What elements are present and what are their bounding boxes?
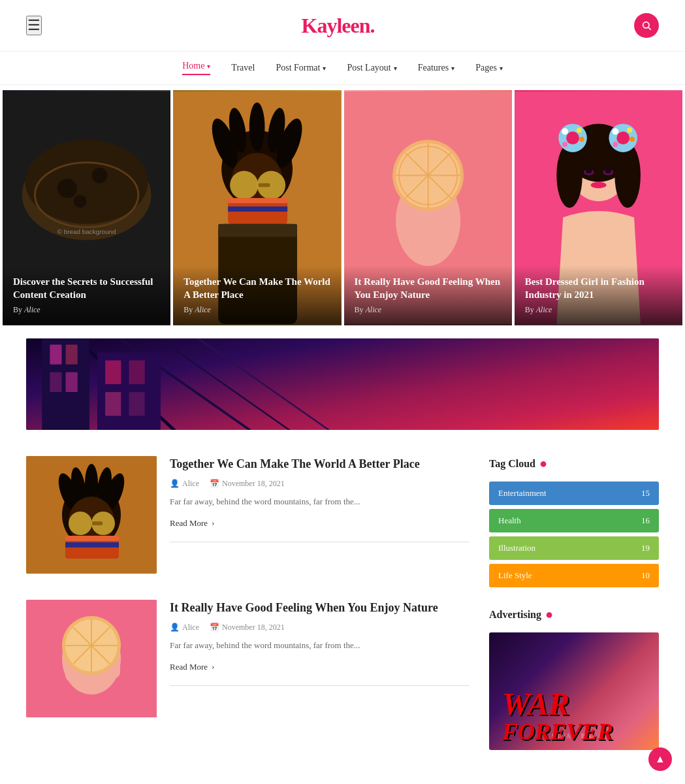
advertising-section: Advertising ● WAR FOREVER RIVAX BAI [489, 607, 659, 750]
sidebar: Tag Cloud ● Entertainment 15 Health 16 I… [489, 456, 659, 770]
svg-point-87 [69, 512, 92, 535]
post-card-1: Together We Can Make The World A Better … [26, 456, 470, 574]
chevron-down-icon: ▾ [207, 63, 210, 70]
nav-item-features[interactable]: Features ▾ [418, 61, 454, 75]
svg-rect-76 [129, 361, 144, 384]
post-meta-1: 👤 Alice 📅 November 18, 2021 [170, 479, 470, 489]
svg-point-6 [92, 168, 108, 184]
tag-count-lifestyle: 10 [641, 570, 650, 581]
svg-point-4 [25, 140, 148, 224]
site-header: ☰ Kayleen. [0, 0, 685, 52]
hero-card-2[interactable]: Together We Can Make The World A Better … [173, 90, 341, 325]
hero-card-3-overlay: It Really Have Good Feeling When You Enj… [344, 265, 512, 325]
svg-rect-26 [219, 224, 298, 237]
svg-point-45 [556, 143, 582, 208]
read-more-2[interactable]: Read More › [170, 662, 470, 686]
svg-rect-21 [259, 183, 270, 187]
chevron-down-icon: ▾ [394, 65, 397, 72]
svg-line-1 [648, 27, 651, 30]
post-author-2: 👤 Alice [170, 623, 199, 632]
svg-point-5 [57, 178, 77, 198]
nav-item-pages[interactable]: Pages ▾ [475, 61, 503, 75]
chevron-down-icon: ▾ [323, 65, 326, 72]
advertising-title: Advertising ● [489, 607, 659, 622]
posts-section: Together We Can Make The World A Better … [26, 456, 470, 770]
tag-cloud-title: Tag Cloud ● [489, 456, 659, 471]
svg-point-61 [586, 169, 592, 174]
post-thumb-2[interactable] [26, 600, 157, 717]
svg-rect-24 [228, 206, 287, 212]
svg-rect-105 [26, 600, 157, 717]
post-title-2[interactable]: It Really Have Good Feeling When You Enj… [170, 600, 470, 616]
calendar-icon-2: 📅 [210, 623, 219, 632]
svg-point-56 [627, 127, 632, 133]
post-content-2: It Really Have Good Feeling When You Enj… [170, 600, 470, 717]
nav-item-post-format[interactable]: Post Format ▾ [276, 61, 326, 75]
svg-rect-77 [105, 392, 121, 416]
site-logo[interactable]: Kayleen. [302, 14, 375, 38]
post-excerpt-2: Far far away, behind the word mountains,… [170, 639, 470, 653]
post-image-1 [26, 456, 157, 574]
hero-card-3[interactable]: It Really Have Good Feeling When You Enj… [344, 90, 512, 325]
hero-card-4-byline: By Alice [525, 305, 672, 315]
svg-rect-23 [228, 198, 287, 203]
hero-card-1-overlay: Discover the Secrets to Successful Conte… [3, 265, 170, 325]
hero-card-1[interactable]: © bread background Discover the Secrets … [3, 90, 170, 325]
ad-banner[interactable]: RIVAX ADVERTISEMENT [26, 338, 659, 430]
svg-rect-73 [66, 372, 78, 392]
svg-point-58 [613, 142, 618, 147]
tag-label-lifestyle: Life Style [498, 570, 532, 581]
tag-bar-lifestyle[interactable]: Life Style 10 [489, 564, 659, 587]
svg-rect-72 [50, 372, 61, 392]
svg-point-57 [629, 137, 635, 142]
person-icon: 👤 [170, 479, 180, 489]
main-content: Together We Can Make The World A Better … [0, 443, 685, 783]
hero-card-3-title: It Really Have Good Feeling When You Enj… [355, 276, 502, 301]
hero-card-4[interactable]: Best Dressed Girl in Fashion Industry in… [515, 90, 682, 325]
nav-item-travel[interactable]: Travel [231, 61, 255, 75]
hero-card-3-byline: By Alice [355, 305, 502, 315]
tag-bar-entertainment[interactable]: Entertainment 15 [489, 482, 659, 505]
svg-point-54 [616, 131, 629, 144]
tag-bar-illustration[interactable]: Illustration 19 [489, 536, 659, 560]
nav-item-home[interactable]: Home ▾ [182, 61, 210, 75]
tag-bar-health[interactable]: Health 16 [489, 509, 659, 532]
svg-rect-71 [66, 344, 78, 364]
svg-rect-70 [50, 344, 61, 364]
tag-label-entertainment: Entertainment [498, 488, 547, 498]
search-button[interactable] [634, 13, 659, 38]
svg-point-48 [566, 131, 579, 144]
nav-item-post-layout[interactable]: Post Layout ▾ [347, 61, 396, 75]
svg-point-15 [249, 103, 265, 152]
post-thumb-1[interactable] [26, 456, 157, 574]
read-more-1[interactable]: Read More › [170, 518, 470, 542]
arrow-right-icon: › [212, 518, 214, 528]
svg-text:© bread background: © bread background [57, 228, 116, 235]
main-nav: Home ▾ Travel Post Format ▾ Post Layout … [0, 52, 685, 85]
arrow-right-icon-2: › [212, 662, 214, 672]
svg-rect-78 [129, 392, 144, 416]
svg-point-63 [591, 182, 607, 188]
scroll-top-button[interactable]: ▲ [648, 747, 672, 771]
search-icon [641, 20, 652, 31]
sidebar-ad-banner[interactable]: WAR FOREVER RIVAX BAI [489, 632, 659, 750]
svg-rect-92 [65, 542, 119, 547]
post-author-1: 👤 Alice [170, 479, 199, 489]
advertising-dot: ● [545, 607, 553, 622]
svg-rect-91 [65, 536, 119, 541]
calendar-icon: 📅 [210, 479, 219, 489]
svg-point-52 [562, 142, 567, 147]
tag-label-health: Health [498, 515, 521, 526]
post-title-1[interactable]: Together We Can Make The World A Better … [170, 456, 470, 472]
post-date-1: 📅 November 18, 2021 [210, 479, 285, 489]
svg-point-7 [74, 195, 87, 208]
svg-point-51 [579, 137, 584, 142]
hero-grid: © bread background Discover the Secrets … [0, 90, 685, 325]
svg-rect-89 [92, 521, 103, 525]
person-icon-2: 👤 [170, 623, 180, 632]
svg-point-50 [577, 127, 582, 133]
hamburger-button[interactable]: ☰ [26, 16, 42, 35]
post-card-2: It Really Have Good Feeling When You Enj… [26, 600, 470, 717]
tag-cloud-dot: ● [539, 456, 547, 471]
post-meta-2: 👤 Alice 📅 November 18, 2021 [170, 623, 470, 632]
